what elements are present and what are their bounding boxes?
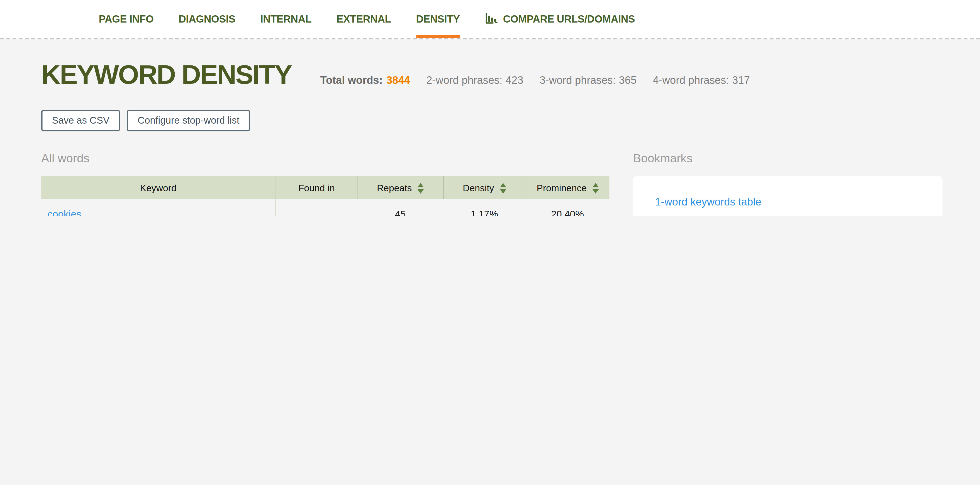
stat-label: 2-word phrases: [426,74,502,86]
prominence-cell: 20.40% [526,199,609,216]
found-in-cell [275,199,357,216]
total-words-stat: Total words:3844 [320,74,410,87]
bookmarks-card: 1-word keywords table 2-word keywords ta… [633,176,943,216]
repeats-cell: 45 [357,199,443,216]
two-word-phrases-stat: 2-word phrases:423 [426,74,523,87]
sort-desc-icon[interactable] [592,189,598,194]
stat-label: 4-word phrases: [653,74,729,86]
column-label: Keyword [140,183,177,193]
bar-chart-icon [485,12,498,26]
table-header-row: Keyword Found in Repeats Density Promine… [41,176,609,199]
column-header-found-in: Found in [275,176,357,199]
sort-desc-icon[interactable] [418,189,424,194]
app-viewport: PAGE INFO DIAGNOSIS INTERNAL EXTERNAL DE… [0,0,980,216]
table-row: cookies 45 1.17% 20.40% [41,199,609,216]
top-nav-bar: PAGE INFO DIAGNOSIS INTERNAL EXTERNAL DE… [0,0,980,39]
tab-page-info[interactable]: PAGE INFO [99,0,153,38]
column-header-density[interactable]: Density [443,176,526,199]
stat-value: 365 [619,74,637,86]
sort-control[interactable] [500,183,506,194]
stat-label: 3-word phrases: [539,74,616,86]
sidebar: Bookmarks 1-word keywords table 2-word k… [633,152,943,216]
density-cell: 1.17% [443,199,526,216]
word-stats: Total words:3844 2-word phrases:423 3-wo… [320,74,750,87]
tab-label: DIAGNOSIS [178,13,235,25]
column-header-repeats[interactable]: Repeats [357,176,443,199]
column-label: Repeats [377,182,412,193]
tab-label: COMPARE URLS/DOMAINS [503,13,635,25]
tab-diagnosis[interactable]: DIAGNOSIS [178,0,235,38]
tab-external[interactable]: EXTERNAL [337,0,391,38]
bookmark-link-1-word-table[interactable]: 1-word keywords table [655,196,930,209]
tab-label: PAGE INFO [99,13,153,25]
configure-stop-word-list-button[interactable]: Configure stop-word list [127,110,250,132]
all-words-heading: All words [41,152,609,166]
heading-row: KEYWORD DENSITY Total words:3844 2-word … [41,60,980,89]
main-content: KEYWORD DENSITY Total words:3844 2-word … [0,60,980,216]
column-label: Density [463,182,494,193]
sort-desc-icon[interactable] [500,189,506,194]
tab-density[interactable]: DENSITY [416,0,460,38]
sort-asc-icon[interactable] [418,183,424,188]
sort-asc-icon[interactable] [592,183,598,188]
page-title: KEYWORD DENSITY [41,60,291,89]
sort-asc-icon[interactable] [500,183,506,188]
save-as-csv-button[interactable]: Save as CSV [41,110,120,132]
content-columns: All words Keyword Found in Repeats [41,152,980,216]
three-word-phrases-stat: 3-word phrases:365 [539,74,636,87]
tab-label: DENSITY [416,13,460,25]
tab-internal[interactable]: INTERNAL [261,0,312,38]
total-words-value: 3844 [387,74,410,86]
keyword-link[interactable]: cookies [48,209,82,216]
tab-label: EXTERNAL [337,13,391,25]
column-label: Prominence [537,182,587,193]
stat-value: 423 [506,74,523,86]
toolbar: Save as CSV Configure stop-word list [41,110,980,132]
column-label: Found in [298,183,335,193]
keywords-section: All words Keyword Found in Repeats [41,152,609,216]
four-word-phrases-stat: 4-word phrases:317 [653,74,750,87]
tab-compare-urls-domains[interactable]: COMPARE URLS/DOMAINS [485,0,635,38]
column-header-keyword: Keyword [41,176,275,199]
stat-value: 317 [732,74,750,86]
total-words-label: Total words: [320,74,383,86]
main-nav: PAGE INFO DIAGNOSIS INTERNAL EXTERNAL DE… [99,0,635,38]
keywords-table: Keyword Found in Repeats Density Promine… [41,176,609,216]
sort-control[interactable] [592,183,598,194]
sort-control[interactable] [418,183,424,194]
bookmarks-heading: Bookmarks [633,152,943,166]
tab-label: INTERNAL [261,13,312,25]
column-header-prominence[interactable]: Prominence [526,176,609,199]
active-tab-indicator [416,35,460,38]
